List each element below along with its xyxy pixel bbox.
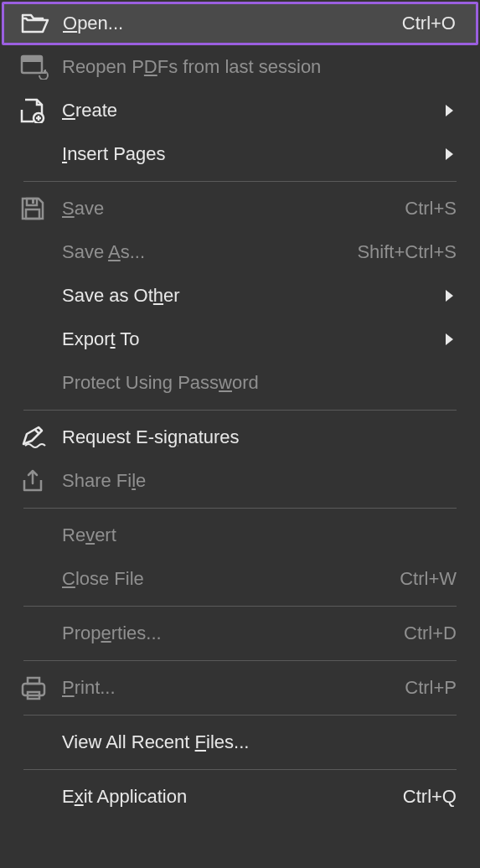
label-post: er [163, 285, 180, 306]
mnemonic: C [62, 100, 75, 121]
open-folder-icon-slot [21, 12, 63, 35]
menu-item-6: Save As...Shift+Ctrl+S [0, 230, 480, 274]
menu-item-label: Exit Application [62, 786, 403, 808]
mnemonic: h [153, 285, 163, 306]
create-icon [20, 98, 49, 123]
label-post: lose File [75, 568, 144, 589]
menu-item-label: Share File [62, 470, 457, 492]
svg-rect-1 [22, 56, 42, 62]
label-post: rties... [111, 623, 162, 643]
menu-separator [23, 410, 457, 411]
menu-item-label: Revert [62, 524, 457, 546]
file-menu: Open...Ctrl+OReopen PDFs from last sessi… [0, 0, 480, 819]
svg-rect-4 [32, 199, 34, 204]
label-pre: Request E-si [62, 426, 168, 447]
label-post: it Application [84, 786, 188, 807]
label-post: ord [232, 372, 259, 393]
label-post: To [116, 328, 140, 349]
label-post: rint... [75, 677, 116, 698]
submenu-arrow-icon [446, 333, 453, 345]
label-pre: Reopen P [62, 56, 144, 77]
menu-item-9: Protect Using Password [0, 361, 480, 405]
menu-item-0[interactable]: Open...Ctrl+O [2, 2, 478, 45]
menu-separator [23, 508, 457, 509]
label-post: pen... [77, 13, 123, 34]
menu-item-12: Share File [0, 459, 480, 503]
menu-item-17: Properties...Ctrl+D [0, 612, 480, 655]
mnemonic: v [85, 524, 95, 545]
shortcut-label: Ctrl+O [402, 13, 456, 34]
save-icon [20, 196, 45, 221]
share-icon [20, 468, 45, 493]
shortcut-label: Shift+Ctrl+S [357, 241, 457, 263]
mnemonic: O [63, 13, 77, 34]
menu-item-label: Save As... [62, 241, 357, 263]
menu-separator [23, 606, 457, 607]
shortcut-label: Ctrl+Q [403, 786, 457, 808]
menu-item-1: Reopen PDFs from last session [0, 45, 480, 89]
label-pre: Prop [62, 623, 101, 643]
open-folder-icon [21, 12, 49, 35]
mnemonic: S [62, 198, 75, 219]
save-icon-slot [20, 196, 62, 221]
menu-item-7[interactable]: Save as Other [0, 274, 480, 318]
reopen-icon [20, 54, 49, 80]
menu-separator [23, 715, 457, 716]
menu-item-11[interactable]: Request E-signatures [0, 416, 480, 459]
menu-item-label: Close File [62, 568, 400, 590]
reopen-icon-slot [20, 54, 62, 80]
menu-item-5: SaveCtrl+S [0, 187, 480, 230]
mnemonic: D [144, 56, 157, 77]
menu-item-label: Insert Pages [62, 143, 446, 165]
menu-item-8[interactable]: Export To [0, 318, 480, 361]
menu-item-label: Print... [62, 677, 405, 699]
submenu-arrow-icon [446, 290, 453, 302]
label-post: reate [75, 100, 117, 121]
menu-item-14: Revert [0, 514, 480, 557]
menu-item-label: Save as Other [62, 285, 446, 307]
menu-item-label: Properties... [62, 623, 404, 644]
menu-item-label: Save [62, 198, 405, 220]
menu-item-15: Close FileCtrl+W [0, 557, 480, 601]
label-pre: Save as Ot [62, 285, 153, 306]
menu-item-label: Export To [62, 328, 446, 350]
label-pre: E [62, 786, 75, 807]
menu-item-19: Print...Ctrl+P [0, 666, 480, 710]
label-post: iles... [206, 731, 249, 752]
submenu-arrow-icon [446, 105, 453, 116]
menu-item-3[interactable]: Insert Pages [0, 132, 480, 176]
menu-separator [23, 660, 457, 661]
menu-item-label: Create [62, 100, 446, 121]
mnemonic: x [75, 786, 84, 807]
menu-separator [23, 181, 457, 182]
label-post: natures [178, 426, 239, 447]
menu-item-23[interactable]: Exit ApplicationCtrl+Q [0, 775, 480, 819]
label-post: ave [75, 198, 104, 219]
mnemonic: C [62, 568, 75, 589]
label-pre: Save [62, 241, 108, 262]
share-icon-slot [20, 468, 62, 493]
menu-item-2[interactable]: Create [0, 89, 480, 132]
mnemonic: g [168, 426, 178, 447]
mnemonic: e [101, 623, 111, 643]
svg-rect-5 [26, 209, 39, 219]
label-post: ert [95, 524, 116, 545]
shortcut-label: Ctrl+S [405, 198, 457, 220]
label-post: s... [121, 241, 145, 262]
menu-item-label: Protect Using Password [62, 372, 457, 394]
signature-icon-slot [20, 426, 62, 449]
mnemonic: F [195, 731, 206, 752]
signature-icon [20, 426, 49, 449]
svg-rect-6 [23, 684, 44, 695]
menu-item-label: Reopen PDFs from last session [62, 56, 457, 78]
label-post: Fs from last session [157, 56, 322, 77]
shortcut-label: Ctrl+W [400, 568, 457, 590]
print-icon-slot [20, 675, 62, 700]
menu-item-label: Request E-signatures [62, 426, 457, 448]
submenu-arrow-icon [446, 148, 453, 160]
menu-item-21[interactable]: View All Recent Files... [0, 721, 480, 764]
label-pre: Re [62, 524, 85, 545]
mnemonic: P [62, 677, 75, 698]
create-icon-slot [20, 98, 62, 123]
label-pre: Expor [62, 328, 110, 349]
